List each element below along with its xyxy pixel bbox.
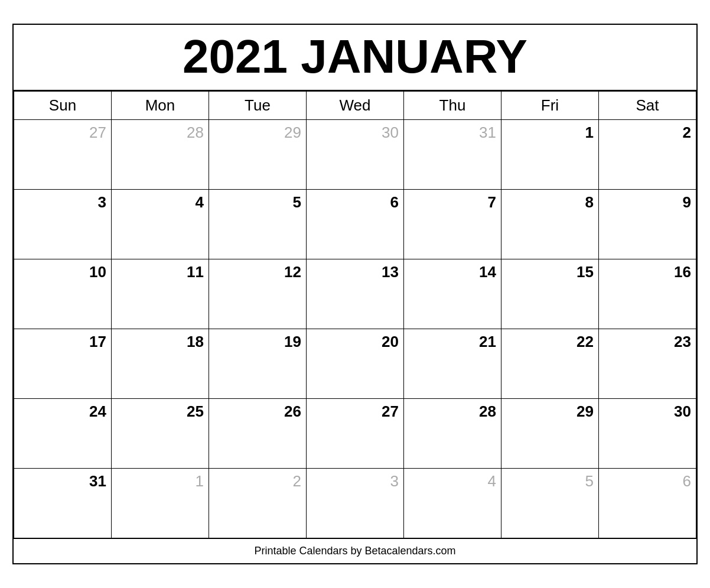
week-row-2: 10111213141516 — [14, 259, 696, 329]
calendar-grid: SunMonTueWedThuFriSat 272829303112345678… — [14, 91, 696, 538]
calendar-day: 15 — [501, 259, 599, 329]
calendar-day: 17 — [14, 329, 112, 399]
calendar-day: 8 — [501, 190, 599, 259]
calendar-day: 6 — [307, 190, 404, 259]
calendar-day: 5 — [501, 469, 599, 538]
calendar-day: 27 — [307, 399, 404, 469]
week-row-3: 17181920212223 — [14, 329, 696, 399]
day-header-wed: Wed — [307, 92, 404, 120]
day-header-fri: Fri — [501, 92, 599, 120]
calendar-day: 1 — [112, 469, 209, 538]
calendar-day: 29 — [209, 120, 307, 190]
calendar-day: 21 — [404, 329, 501, 399]
calendar-day: 11 — [112, 259, 209, 329]
day-header-thu: Thu — [404, 92, 501, 120]
day-header-sun: Sun — [14, 92, 112, 120]
calendar-day: 2 — [209, 469, 307, 538]
calendar-day: 25 — [112, 399, 209, 469]
calendar-day: 13 — [307, 259, 404, 329]
calendar-day: 14 — [404, 259, 501, 329]
calendar-day: 18 — [112, 329, 209, 399]
day-header-tue: Tue — [209, 92, 307, 120]
calendar-day: 29 — [501, 399, 599, 469]
day-header-row: SunMonTueWedThuFriSat — [14, 92, 696, 120]
calendar-day: 31 — [14, 469, 112, 538]
calendar-day: 19 — [209, 329, 307, 399]
calendar-day: 1 — [501, 120, 599, 190]
calendar-day: 7 — [404, 190, 501, 259]
calendar-day: 30 — [599, 399, 696, 469]
calendar-day: 9 — [599, 190, 696, 259]
calendar-day: 24 — [14, 399, 112, 469]
calendar-day: 31 — [404, 120, 501, 190]
calendar-day: 4 — [112, 190, 209, 259]
calendar-day: 26 — [209, 399, 307, 469]
calendar-day: 27 — [14, 120, 112, 190]
calendar-day: 6 — [599, 469, 696, 538]
day-header-sat: Sat — [599, 92, 696, 120]
calendar-day: 28 — [112, 120, 209, 190]
calendar-day: 16 — [599, 259, 696, 329]
week-row-1: 3456789 — [14, 190, 696, 259]
calendar-title: 2021 JANUARY — [14, 25, 696, 91]
calendar-day: 4 — [404, 469, 501, 538]
calendar-day: 12 — [209, 259, 307, 329]
calendar-body: 2728293031123456789101112131415161718192… — [14, 120, 696, 538]
calendar-day: 2 — [599, 120, 696, 190]
calendar-day: 3 — [307, 469, 404, 538]
calendar-day: 28 — [404, 399, 501, 469]
calendar-footer: Printable Calendars by Betacalendars.com — [14, 538, 696, 563]
calendar-day: 22 — [501, 329, 599, 399]
calendar-day: 5 — [209, 190, 307, 259]
calendar-day: 30 — [307, 120, 404, 190]
week-row-5: 31123456 — [14, 469, 696, 538]
calendar: 2021 JANUARY SunMonTueWedThuFriSat 27282… — [12, 24, 698, 564]
calendar-day: 3 — [14, 190, 112, 259]
calendar-day: 20 — [307, 329, 404, 399]
week-row-0: 272829303112 — [14, 120, 696, 190]
week-row-4: 24252627282930 — [14, 399, 696, 469]
calendar-day: 10 — [14, 259, 112, 329]
calendar-day: 23 — [599, 329, 696, 399]
day-header-mon: Mon — [112, 92, 209, 120]
